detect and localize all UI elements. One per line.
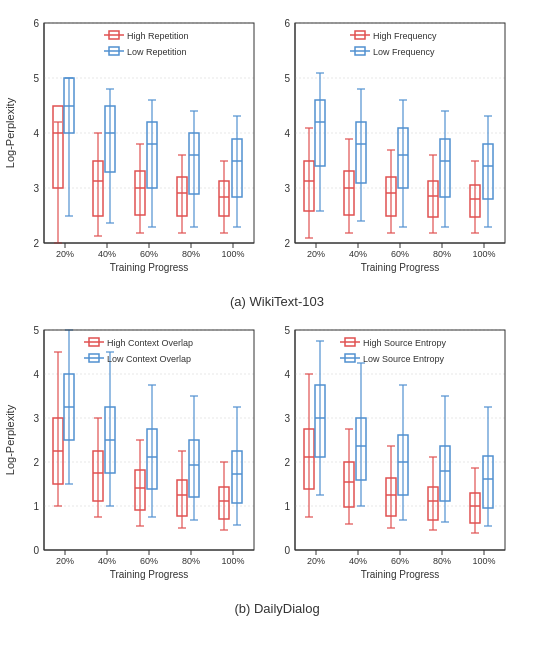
svg-text:2: 2	[33, 238, 39, 249]
svg-text:100%: 100%	[472, 556, 495, 566]
svg-text:Low Source Entropy: Low Source Entropy	[363, 354, 445, 364]
svg-text:Training Progress: Training Progress	[110, 262, 189, 273]
svg-text:2: 2	[33, 457, 39, 468]
svg-text:Low Repetition: Low Repetition	[127, 47, 187, 57]
svg-text:3: 3	[284, 183, 290, 194]
svg-text:40%: 40%	[98, 249, 116, 259]
svg-text:High Frequency: High Frequency	[373, 31, 437, 41]
svg-text:Training Progress: Training Progress	[110, 569, 189, 580]
svg-text:80%: 80%	[182, 556, 200, 566]
svg-text:4: 4	[284, 128, 290, 139]
svg-text:60%: 60%	[140, 556, 158, 566]
svg-text:2: 2	[284, 238, 290, 249]
svg-text:High Repetition: High Repetition	[127, 31, 189, 41]
svg-text:3: 3	[33, 183, 39, 194]
svg-text:Training Progress: Training Progress	[361, 569, 440, 580]
bottom-row: 5 4 3 2 1 0 Log-Perplexity	[4, 315, 550, 605]
svg-text:6: 6	[284, 18, 290, 29]
svg-text:60%: 60%	[391, 249, 409, 259]
chart-svg-top-left: 6 5 4 3 2 Log-Perplexity	[4, 8, 274, 293]
svg-text:20%: 20%	[56, 556, 74, 566]
svg-text:0: 0	[284, 545, 290, 556]
main-container: 6 5 4 3 2 Log-Perplexity	[0, 0, 554, 654]
svg-text:80%: 80%	[433, 556, 451, 566]
svg-text:3: 3	[284, 413, 290, 424]
svg-text:5: 5	[33, 73, 39, 84]
svg-text:80%: 80%	[433, 249, 451, 259]
svg-text:High Source Entropy: High Source Entropy	[363, 338, 447, 348]
svg-text:3: 3	[33, 413, 39, 424]
top-row: 6 5 4 3 2 Log-Perplexity	[4, 8, 550, 298]
svg-text:Log-Perplexity: Log-Perplexity	[4, 97, 16, 168]
svg-text:100%: 100%	[221, 556, 244, 566]
panel-bottom-left: 5 4 3 2 1 0 Log-Perplexity	[4, 315, 277, 605]
svg-text:6: 6	[33, 18, 39, 29]
svg-text:40%: 40%	[98, 556, 116, 566]
svg-text:5: 5	[284, 73, 290, 84]
svg-text:Log-Perplexity: Log-Perplexity	[4, 404, 16, 475]
svg-text:60%: 60%	[140, 249, 158, 259]
svg-text:5: 5	[284, 325, 290, 336]
svg-text:20%: 20%	[56, 249, 74, 259]
svg-text:1: 1	[284, 501, 290, 512]
svg-text:2: 2	[284, 457, 290, 468]
svg-text:0: 0	[33, 545, 39, 556]
svg-text:80%: 80%	[182, 249, 200, 259]
panel-top-left: 6 5 4 3 2 Log-Perplexity	[4, 8, 277, 298]
svg-text:Training Progress: Training Progress	[361, 262, 440, 273]
svg-text:20%: 20%	[307, 556, 325, 566]
svg-text:Low Context Overlap: Low Context Overlap	[107, 354, 191, 364]
svg-text:5: 5	[33, 325, 39, 336]
svg-text:60%: 60%	[391, 556, 409, 566]
svg-text:20%: 20%	[307, 249, 325, 259]
svg-text:40%: 40%	[349, 556, 367, 566]
svg-text:40%: 40%	[349, 249, 367, 259]
svg-text:4: 4	[284, 369, 290, 380]
chart-svg-top-right: 6 5 4 3 2	[277, 8, 547, 293]
chart-svg-bottom-right: 5 4 3 2 1 0	[277, 315, 547, 600]
svg-text:4: 4	[33, 369, 39, 380]
svg-text:High Context Overlap: High Context Overlap	[107, 338, 193, 348]
panel-top-right: 6 5 4 3 2	[277, 8, 550, 298]
chart-svg-bottom-left: 5 4 3 2 1 0 Log-Perplexity	[4, 315, 274, 600]
svg-text:1: 1	[33, 501, 39, 512]
svg-text:100%: 100%	[472, 249, 495, 259]
svg-text:Low Frequency: Low Frequency	[373, 47, 435, 57]
panel-bottom-right: 5 4 3 2 1 0	[277, 315, 550, 605]
svg-text:4: 4	[33, 128, 39, 139]
svg-text:100%: 100%	[221, 249, 244, 259]
